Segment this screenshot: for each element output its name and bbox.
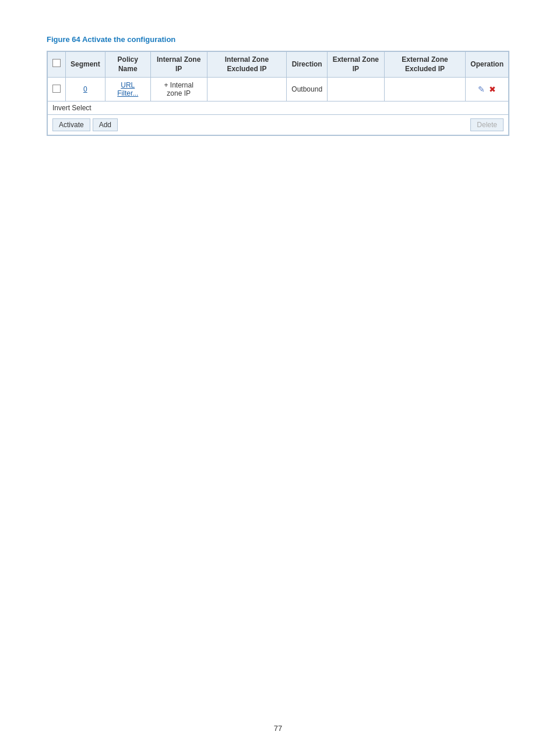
figure-title: Figure 64 Activate the configuration (47, 35, 509, 44)
row-segment: 0 (66, 78, 105, 102)
edit-icon[interactable]: ✎ (478, 85, 485, 94)
action-cell: Activate Add Delete (48, 115, 509, 135)
action-left: Activate Add (52, 118, 118, 131)
action-row: Activate Add Delete (48, 115, 509, 135)
col-direction: Direction (287, 52, 328, 78)
row-external-zone-ip (328, 78, 385, 102)
col-internal-zone-excluded-ip: Internal Zone Excluded IP (207, 52, 287, 78)
row-internal-zone-ip: + Internal zone IP (150, 78, 207, 102)
col-policy-name: Policy Name (105, 52, 150, 78)
add-button[interactable]: Add (93, 118, 118, 131)
col-external-zone-ip: External Zone IP (328, 52, 385, 78)
row-operation-cell: ✎ ✖ (466, 78, 509, 102)
invert-select-row: Invert Select (48, 102, 509, 115)
invert-select-cell: Invert Select (48, 102, 509, 115)
row-checkbox[interactable] (52, 85, 61, 93)
table-wrapper: Segment Policy Name Internal Zone IP Int… (47, 51, 509, 136)
segment-link[interactable]: 0 (83, 85, 87, 93)
col-operation: Operation (466, 52, 509, 78)
page: Figure 64 Activate the configuration Seg… (0, 0, 556, 756)
config-table: Segment Policy Name Internal Zone IP Int… (47, 51, 509, 135)
row-external-zone-excluded-ip (384, 78, 466, 102)
delete-button[interactable]: Delete (470, 118, 504, 131)
col-internal-zone-ip: Internal Zone IP (150, 52, 207, 78)
col-external-zone-excluded-ip: External Zone Excluded IP (384, 52, 466, 78)
page-number: 77 (274, 724, 282, 733)
table-header-row: Segment Policy Name Internal Zone IP Int… (48, 52, 509, 78)
row-checkbox-cell (48, 78, 66, 102)
row-direction: Outbound (287, 78, 328, 102)
col-checkbox (48, 52, 66, 78)
table-row: 0 URL Filter... + Internal zone IP Outbo… (48, 78, 509, 102)
col-segment: Segment (66, 52, 105, 78)
row-policy-name: URL Filter... (105, 78, 150, 102)
action-bar: Activate Add Delete (52, 118, 504, 131)
invert-select-label[interactable]: Invert Select (52, 104, 92, 112)
row-internal-zone-excluded-ip (207, 78, 287, 102)
header-checkbox[interactable] (52, 59, 61, 67)
policy-name-link[interactable]: URL Filter... (117, 81, 138, 97)
activate-button[interactable]: Activate (52, 118, 90, 131)
delete-row-icon[interactable]: ✖ (489, 85, 496, 94)
